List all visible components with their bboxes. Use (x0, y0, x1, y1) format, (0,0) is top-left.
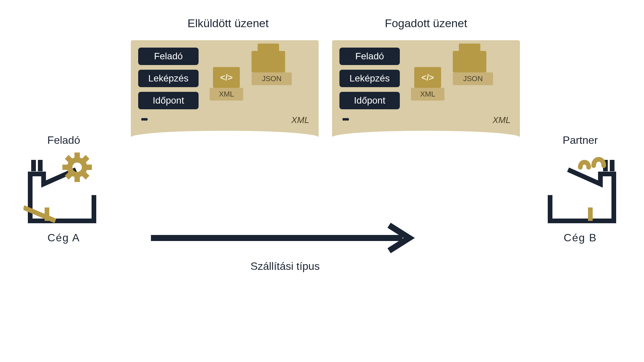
factory-a-icon (23, 150, 104, 224)
json-file-icon (459, 44, 480, 51)
arrow-icon (148, 221, 423, 255)
company-a-name: Cég A (20, 232, 107, 244)
sent-format-label: XML (291, 115, 309, 125)
json-file-icon-body (252, 51, 285, 72)
sent-chip-mapping: Leképzés (138, 70, 199, 87)
code-icon: </> (414, 67, 441, 88)
received-json-label: JSON (453, 72, 493, 85)
company-b-block: Partner Cég B (537, 134, 624, 244)
diagram-stage: Elküldött üzenet Feladó Leképzés Időpont… (20, 44, 624, 312)
received-xml-block: </> XML (409, 67, 446, 101)
sent-message-heading: Elküldött üzenet (161, 17, 295, 30)
sent-chip-sender: Feladó (138, 48, 199, 65)
received-ellipsis: ••• (339, 114, 400, 125)
svg-line-7 (67, 157, 70, 161)
received-chip-sender: Feladó (339, 48, 400, 65)
gear-icon (62, 153, 92, 182)
code-icon: </> (213, 67, 240, 88)
company-b-name: Cég B (537, 232, 624, 244)
sent-json-block: JSON (252, 44, 295, 85)
svg-line-8 (84, 157, 88, 161)
transport-type-label: Szállítási típus (148, 260, 423, 273)
factory-b-icon (540, 150, 621, 224)
received-json-block: JSON (453, 44, 496, 85)
sent-ellipsis: ••• (138, 114, 199, 125)
received-message-card: Feladó Leképzés Időpont ••• </> XML JSON… (332, 40, 520, 137)
smoke-icon (580, 159, 604, 167)
company-a-block: Feladó (20, 134, 107, 244)
company-a-role: Feladó (20, 134, 107, 146)
sent-xml-block: </> XML (208, 67, 245, 101)
sent-json-label: JSON (252, 72, 292, 85)
sent-chip-column: Feladó Leképzés Időpont ••• (138, 48, 199, 125)
json-file-icon-body (453, 51, 486, 72)
svg-point-2 (70, 160, 85, 175)
sent-message-card: Feladó Leképzés Időpont ••• </> XML JSON… (131, 40, 319, 137)
received-format-label: XML (493, 115, 511, 125)
sent-xml-label: XML (210, 88, 243, 101)
company-b-role: Partner (537, 134, 624, 146)
svg-line-9 (67, 174, 70, 178)
received-xml-label: XML (411, 88, 444, 101)
transport-arrow-group: Szállítási típus (148, 221, 423, 273)
sent-chip-time: Időpont (138, 92, 199, 109)
received-chip-time: Időpont (339, 92, 400, 109)
received-chip-mapping: Leképzés (339, 70, 400, 87)
svg-line-10 (84, 174, 88, 178)
received-message-heading: Fogadott üzenet (359, 17, 493, 30)
received-chip-column: Feladó Leképzés Időpont ••• (339, 48, 400, 125)
json-file-icon (258, 44, 279, 51)
